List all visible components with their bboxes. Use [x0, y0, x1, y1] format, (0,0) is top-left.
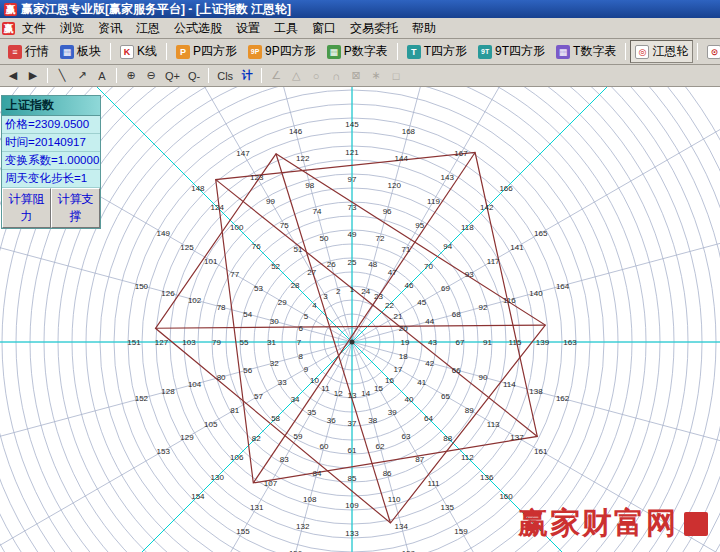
svg-text:10: 10 — [310, 376, 319, 385]
svg-text:159: 159 — [454, 527, 468, 536]
svg-text:38: 38 — [368, 416, 377, 425]
nine-p-square-label: 9P四方形 — [265, 43, 316, 60]
svg-text:31: 31 — [267, 338, 276, 347]
svg-text:109: 109 — [345, 501, 359, 510]
svg-text:104: 104 — [188, 380, 202, 389]
gann-wheel-button[interactable]: ◎江恩轮 — [630, 40, 693, 63]
calculate-button[interactable]: 计 — [238, 67, 256, 85]
menu-item-news[interactable]: 资讯 — [91, 18, 129, 39]
panel-row-time-label: 时间 — [5, 136, 28, 148]
calc-resistance-button[interactable]: 计算阻力 — [2, 188, 51, 228]
svg-text:92: 92 — [478, 303, 487, 312]
quick-zoom-in-button[interactable]: Q+ — [162, 67, 183, 85]
calc-support-button[interactable]: 计算支撑 — [51, 188, 100, 228]
svg-text:24: 24 — [361, 287, 370, 296]
svg-text:48: 48 — [368, 260, 377, 269]
drawbar-separator — [208, 68, 209, 83]
svg-text:70: 70 — [424, 262, 433, 271]
svg-text:14: 14 — [361, 389, 370, 398]
t-square-button[interactable]: TT四方形 — [402, 40, 472, 63]
panel-row-price-label: 价格 — [5, 118, 28, 130]
svg-text:151: 151 — [127, 338, 141, 347]
svg-text:120: 120 — [388, 181, 402, 190]
svg-text:9: 9 — [304, 365, 309, 374]
panel-row-price-value: 2309.0500 — [35, 118, 89, 130]
svg-text:136: 136 — [480, 473, 494, 482]
svg-text:122: 122 — [296, 154, 310, 163]
nine-t-square-button[interactable]: 9T9T四方形 — [473, 40, 550, 63]
svg-text:27: 27 — [307, 268, 316, 277]
sectors-button[interactable]: ▦板块 — [55, 40, 106, 63]
svg-text:161: 161 — [534, 447, 548, 456]
svg-text:20: 20 — [399, 324, 408, 333]
sectors-label: 板块 — [77, 43, 101, 60]
svg-text:4: 4 — [312, 301, 317, 310]
panel-rows: 价格=2309.0500时间=20140917变换系数=1.00000周天变化步… — [2, 116, 100, 188]
svg-text:114: 114 — [503, 380, 516, 389]
winner-wheel-button[interactable]: ⊙赢家轮 — [702, 40, 720, 63]
menu-item-formula-stock-pick[interactable]: 公式选股 — [167, 18, 229, 39]
svg-text:58: 58 — [271, 414, 280, 423]
svg-text:32: 32 — [270, 359, 279, 368]
quick-zoom-out-button[interactable]: Q- — [185, 67, 203, 85]
svg-text:86: 86 — [383, 469, 392, 478]
p-square-button[interactable]: PP四方形 — [171, 40, 242, 63]
menu-item-settings[interactable]: 设置 — [229, 18, 267, 39]
trend-line-button[interactable]: ╲ — [53, 67, 71, 85]
window-title: 赢家江恩专业版[赢家服务平台] - [上证指数 江恩轮] — [21, 1, 291, 18]
menu-item-file[interactable]: 文件 — [15, 18, 53, 39]
panel-row-transform-factor-value: 1.00000 — [58, 154, 100, 166]
svg-text:111: 111 — [427, 479, 440, 488]
zoom-in-button[interactable]: ⊕ — [122, 67, 140, 85]
kline-icon: K — [120, 45, 134, 59]
svg-text:145: 145 — [345, 120, 359, 129]
zoom-out-button[interactable]: ⊖ — [142, 67, 160, 85]
svg-text:149: 149 — [157, 229, 171, 238]
kline-button[interactable]: KK线 — [115, 40, 162, 63]
svg-text:156: 156 — [289, 549, 303, 552]
arrow-line-button[interactable]: ↗ — [73, 67, 91, 85]
menu-item-tools[interactable]: 工具 — [267, 18, 305, 39]
gann-wheel-chart[interactable]: 1234567891011121314151617181920212223242… — [0, 87, 720, 552]
p-number-table-button[interactable]: ▦P数字表 — [322, 40, 393, 63]
title-bar: 赢 赢家江恩专业版[赢家服务平台] - [上证指数 江恩轮] — [0, 0, 720, 18]
t-number-table-button[interactable]: ▦T数字表 — [551, 40, 621, 63]
scroll-right-button[interactable]: ▶ — [24, 67, 42, 85]
menu-item-browse[interactable]: 浏览 — [53, 18, 91, 39]
svg-text:141: 141 — [510, 243, 524, 252]
svg-text:146: 146 — [289, 127, 303, 136]
svg-text:30: 30 — [270, 317, 279, 326]
svg-text:28: 28 — [291, 281, 300, 290]
nine-p-square-icon: 9P — [248, 45, 262, 59]
svg-text:93: 93 — [465, 270, 474, 279]
svg-text:119: 119 — [427, 197, 440, 206]
scroll-left-button[interactable]: ◀ — [4, 67, 22, 85]
svg-text:158: 158 — [402, 549, 416, 552]
chart-area[interactable]: 1234567891011121314151617181920212223242… — [0, 87, 720, 552]
svg-text:152: 152 — [135, 394, 149, 403]
main-toolbar: ≡行情▦板块KK线PP四方形9P9P四方形▦P数字表TT四方形9T9T四方形▦T… — [0, 39, 720, 65]
svg-text:96: 96 — [383, 207, 392, 216]
text-label-button[interactable]: A — [93, 67, 111, 85]
svg-text:126: 126 — [161, 289, 175, 298]
svg-text:64: 64 — [424, 414, 433, 423]
panel-row-time-value: 20140917 — [35, 136, 86, 148]
p-number-table-icon: ▦ — [327, 45, 341, 59]
menu-item-trade-entrust[interactable]: 交易委托 — [343, 18, 405, 39]
wheel-grid — [0, 87, 720, 552]
quotes-button[interactable]: ≡行情 — [3, 40, 54, 63]
angle-tool-button: ∠ — [267, 67, 285, 85]
svg-text:54: 54 — [243, 310, 252, 319]
gann-box-tool-button: ⊠ — [347, 67, 365, 85]
svg-text:2: 2 — [336, 287, 341, 296]
svg-text:7: 7 — [297, 338, 302, 347]
triangle-tool-button: △ — [287, 67, 305, 85]
menu-item-help[interactable]: 帮助 — [405, 18, 443, 39]
menu-item-gann[interactable]: 江恩 — [129, 18, 167, 39]
nine-p-square-button[interactable]: 9P9P四方形 — [243, 40, 321, 63]
clear-button[interactable]: Cls — [214, 67, 236, 85]
menu-item-window[interactable]: 窗口 — [305, 18, 343, 39]
svg-text:84: 84 — [312, 469, 321, 478]
kline-label: K线 — [137, 43, 157, 60]
svg-text:139: 139 — [536, 338, 550, 347]
